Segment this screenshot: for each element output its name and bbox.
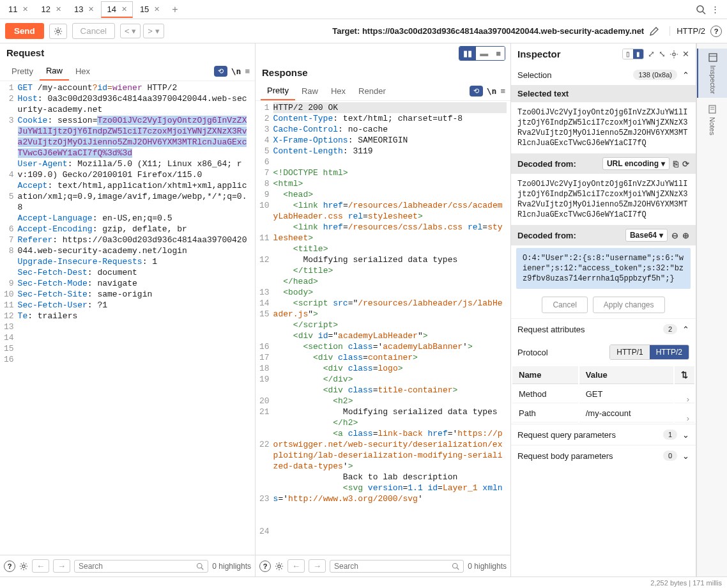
right-rail: Inspector Notes xyxy=(696,43,727,576)
svg-point-2 xyxy=(56,29,59,32)
subtab-pretty[interactable]: Pretty xyxy=(5,63,40,80)
http2-button[interactable]: HTTP/2 xyxy=(650,345,689,359)
single-icon[interactable]: ■ xyxy=(492,47,505,60)
chevron-up-icon[interactable]: ⌃ xyxy=(682,70,689,80)
query-params-count: 1 xyxy=(663,429,677,440)
chevron-right-icon: › xyxy=(687,414,689,423)
newline-icon[interactable]: \n xyxy=(231,66,241,76)
search-input[interactable] xyxy=(330,560,464,573)
wrap-icon[interactable]: ⟲ xyxy=(470,86,483,97)
subtab-pretty[interactable]: Pretty xyxy=(261,82,295,100)
tab-14[interactable]: 14✕ xyxy=(101,1,132,18)
svg-point-9 xyxy=(673,52,675,55)
menu-icon[interactable]: ⋮ xyxy=(711,4,719,15)
prev-match-button[interactable]: ← xyxy=(32,559,49,573)
subtab-hex[interactable]: Hex xyxy=(325,82,352,100)
main: Request Pretty Raw Hex ⟲ \n ≡ 1234567891… xyxy=(0,43,727,576)
encoding-dropdown[interactable]: URL encoding ▾ xyxy=(602,157,670,170)
newline-icon[interactable]: \n xyxy=(487,86,497,96)
protocol-label: Protocol xyxy=(517,348,548,357)
gear-icon[interactable] xyxy=(275,562,284,571)
svg-line-5 xyxy=(202,568,204,569)
add-tab-button[interactable]: + xyxy=(167,1,183,18)
http-version: HTTP/2 xyxy=(670,26,705,36)
help-icon[interactable]: ? xyxy=(4,561,15,572)
tab-11[interactable]: 11✕ xyxy=(3,1,34,17)
next-match-button[interactable]: → xyxy=(53,559,70,573)
svg-point-6 xyxy=(278,564,280,567)
hamburger-icon[interactable]: ≡ xyxy=(245,66,250,76)
response-title: Response xyxy=(262,67,308,78)
next-match-button[interactable]: → xyxy=(309,559,326,573)
close-icon[interactable]: ✕ xyxy=(154,5,160,13)
svg-line-8 xyxy=(457,568,459,569)
tab-13[interactable]: 13✕ xyxy=(68,1,100,17)
inspector-icon xyxy=(708,52,718,63)
chevron-down-icon[interactable]: ⌄ xyxy=(682,430,689,440)
notes-icon xyxy=(707,104,717,114)
http1-button[interactable]: HTTP/1 xyxy=(610,345,649,359)
search-icon[interactable] xyxy=(696,4,706,15)
decoded-value-2[interactable]: O:4:"User":2:{s:8:"username";s:6:"wiener… xyxy=(516,248,691,289)
close-icon[interactable]: ✕ xyxy=(121,5,127,13)
remove-icon[interactable]: ⊖ xyxy=(671,231,678,240)
request-code[interactable]: 12345678910111213141516 GET /my-account?… xyxy=(0,81,255,555)
layout-toggle[interactable]: ▯▮ xyxy=(622,49,644,59)
highlights-count: 0 highlights xyxy=(468,562,507,571)
name-header: Name xyxy=(512,366,578,384)
encoding-dropdown[interactable]: Base64 ▾ xyxy=(625,229,668,242)
decoded-header-2: Decoded from: Base64 ▾ ⊖ ⊕ xyxy=(511,225,696,245)
cancel-button[interactable]: Cancel xyxy=(542,297,587,313)
wrap-icon[interactable]: ⟲ xyxy=(214,66,227,77)
hamburger-icon[interactable]: ≡ xyxy=(500,86,505,96)
svg-point-4 xyxy=(197,563,203,568)
close-icon[interactable]: ✕ xyxy=(682,49,689,59)
gear-icon[interactable] xyxy=(19,562,28,571)
close-icon[interactable]: ✕ xyxy=(56,5,61,13)
rows-icon[interactable]: ▬ xyxy=(476,47,492,60)
query-params-label: Request query parameters xyxy=(517,430,663,440)
sync-icon[interactable]: ⟳ xyxy=(682,159,689,169)
rail-inspector[interactable]: Inspector xyxy=(697,49,727,98)
cancel-button[interactable]: Cancel xyxy=(72,23,116,39)
send-button[interactable]: Send xyxy=(5,23,44,39)
columns-icon[interactable]: ▮▮ xyxy=(459,47,476,60)
layout-toggle[interactable]: ▮▮ ▬ ■ xyxy=(459,46,505,61)
subtab-raw[interactable]: Raw xyxy=(40,62,69,81)
add-icon[interactable]: ⊕ xyxy=(682,231,689,240)
subtab-render[interactable]: Render xyxy=(352,82,392,100)
close-icon[interactable]: ✕ xyxy=(22,5,28,13)
response-code[interactable]: 123456789101112131415161718192021222324 … xyxy=(256,101,510,555)
help-icon[interactable]: ? xyxy=(259,561,271,572)
request-attributes-label: Request attributes xyxy=(517,325,663,334)
edit-icon[interactable] xyxy=(649,26,659,36)
toolbar: Send Cancel < ▾ > ▾ Target: https://0a3c… xyxy=(0,19,727,43)
tab-15[interactable]: 15✕ xyxy=(134,1,165,17)
gear-icon[interactable] xyxy=(49,24,67,39)
next-button[interactable]: > ▾ xyxy=(143,24,164,38)
request-title: Request xyxy=(6,47,44,58)
subtab-raw[interactable]: Raw xyxy=(295,82,325,100)
tabs-bar: 11✕ 12✕ 13✕ 14✕ 15✕ + ⋮ xyxy=(0,0,727,19)
table-row[interactable]: MethodGET› xyxy=(512,385,694,403)
decoded-value-1[interactable]: Tzo0OiJVc2VyIjoyOntzOjg6InVzZXJuYW1lIjtz… xyxy=(511,174,696,225)
close-icon[interactable]: ✕ xyxy=(88,5,94,13)
chevron-down-icon[interactable]: ⌄ xyxy=(682,451,689,461)
selected-text-value[interactable]: Tzo0OiJVc2VyIjoyOntzOjg6InVzZXJuYW1lIjtz… xyxy=(511,102,696,153)
chevron-up-icon[interactable]: ⌃ xyxy=(682,325,689,334)
subtab-hex[interactable]: Hex xyxy=(69,63,96,80)
prev-button[interactable]: < ▾ xyxy=(120,24,141,38)
copy-icon[interactable]: ⎘ xyxy=(673,159,678,169)
table-row[interactable]: Path/my-account› xyxy=(512,405,694,422)
tab-12[interactable]: 12✕ xyxy=(35,1,66,17)
expand-icon[interactable]: ⤢ xyxy=(648,49,655,59)
sort-icon[interactable]: ⇅ xyxy=(681,370,688,380)
help-icon[interactable]: ? xyxy=(710,26,722,37)
gear-icon[interactable] xyxy=(670,50,678,59)
rail-notes[interactable]: Notes xyxy=(697,100,727,139)
collapse-icon[interactable]: ⤡ xyxy=(659,49,666,59)
search-input[interactable] xyxy=(74,560,208,573)
prev-match-button[interactable]: ← xyxy=(287,559,305,573)
apply-changes-button[interactable]: Apply changes xyxy=(593,297,665,313)
body-params-count: 0 xyxy=(663,451,677,461)
